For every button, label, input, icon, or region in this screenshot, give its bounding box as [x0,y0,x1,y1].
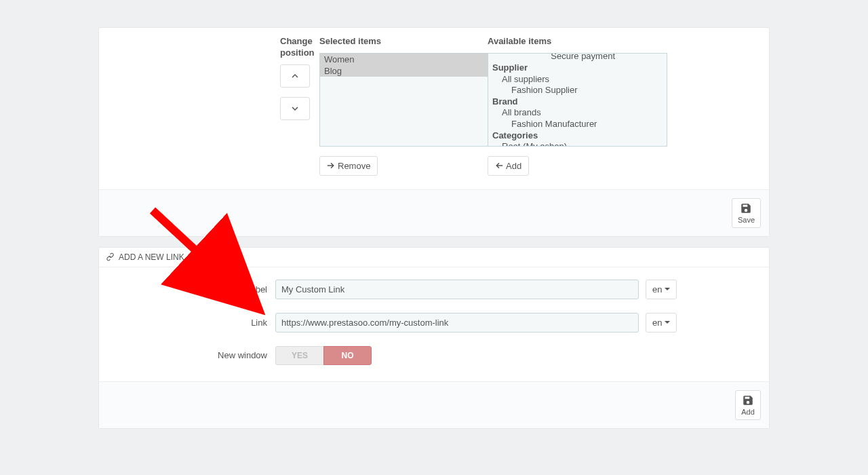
arrow-right-icon [327,162,335,170]
new-window-toggle[interactable]: YES NO [275,346,372,365]
move-up-button[interactable] [280,64,310,88]
menu-items-panel: Change position Selected items Women Blo… [98,27,770,237]
link-input[interactable] [275,313,639,332]
arrow-left-icon [495,162,503,170]
new-window-label: New window [113,350,275,360]
label-field-label: Label [113,284,275,294]
label-language-dropdown[interactable]: en [646,280,677,299]
list-item[interactable]: Blog [320,65,488,77]
save-icon [742,394,754,406]
add-new-link-panel: ADD A NEW LINK Label en Link en New wind [98,247,770,429]
label-input[interactable] [275,280,639,299]
list-item[interactable]: Fashion Supplier [492,85,663,96]
list-item[interactable]: All suppliers [492,73,663,85]
link-language-dropdown[interactable]: en [646,313,677,332]
caret-down-icon [665,321,670,324]
list-item[interactable]: Women [320,54,488,65]
selected-items-header: Selected items [319,36,488,48]
selected-items-list[interactable]: Women Blog [319,53,488,147]
panel-footer: Save [99,189,769,236]
list-item[interactable]: All brands [492,107,663,119]
change-position-header: Change position [280,36,318,59]
list-item[interactable]: Secure payment [492,53,663,62]
move-down-button[interactable] [280,97,310,120]
panel-footer: Add [99,381,769,428]
panel-header: ADD A NEW LINK [99,248,769,267]
list-item[interactable]: Categories [492,130,663,141]
save-icon [740,202,752,214]
list-item[interactable]: Fashion Manufacturer [492,118,663,130]
chevron-down-icon [291,104,299,113]
caret-down-icon [665,288,670,290]
toggle-no[interactable]: NO [323,346,372,365]
add-button[interactable]: Add [488,156,529,176]
link-field-label: Link [113,318,275,328]
save-button[interactable]: Save [732,198,761,228]
list-item[interactable]: Supplier [492,62,663,73]
chevron-up-icon [291,72,299,80]
toggle-yes[interactable]: YES [275,346,323,365]
remove-button[interactable]: Remove [319,156,378,176]
available-items-header: Available items [488,36,667,48]
available-items-list[interactable]: Secure payment Supplier All suppliers Fa… [488,53,667,147]
link-icon [106,252,115,261]
add-link-button[interactable]: Add [735,390,761,420]
list-item[interactable]: Root (My eshop) [492,141,663,147]
list-item[interactable]: Brand [492,96,663,107]
